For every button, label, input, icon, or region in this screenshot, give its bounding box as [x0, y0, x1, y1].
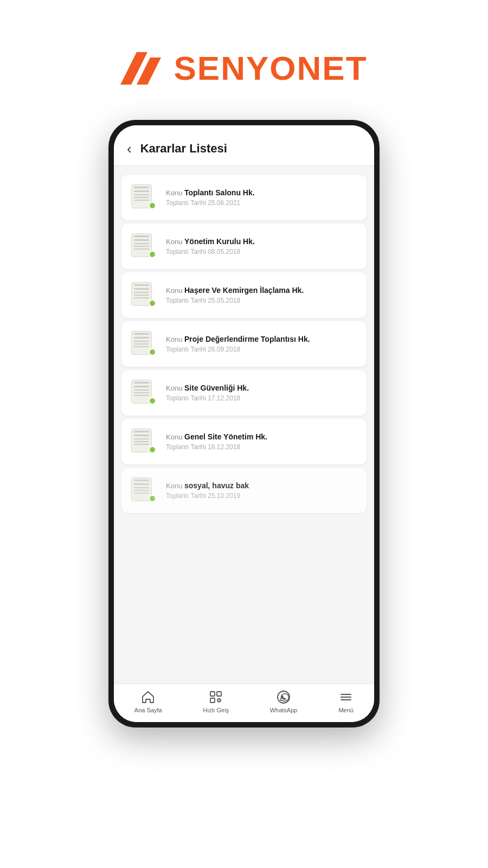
- item-date: Toplantı Tarihi 26.09.2018: [166, 346, 357, 353]
- back-button[interactable]: ‹: [127, 142, 132, 156]
- item-date: Toplantı Tarihi 25.10.2019: [166, 492, 357, 500]
- item-text: Konu Haşere Ve Kemirgen İlaçlama Hk. Top…: [166, 286, 357, 304]
- list-item[interactable]: Konu sosyal, havuz bak Toplantı Tarihi 2…: [121, 468, 367, 513]
- menu-icon: [338, 690, 354, 705]
- item-icon: [131, 380, 157, 406]
- nav-quick-label: Hızlı Giriş: [203, 707, 229, 713]
- list-item[interactable]: Konu Haşere Ve Kemirgen İlaçlama Hk. Top…: [121, 272, 367, 318]
- nav-menu-label: Menü: [338, 707, 354, 713]
- item-date: Toplantı Tarihi 25.05.2018: [166, 297, 357, 304]
- logo-area: SENYONET: [0, 0, 488, 120]
- item-subject: Konu sosyal, havuz bak: [166, 481, 357, 490]
- phone-frame: ‹ Kararlar Listesi: [108, 120, 380, 727]
- senyonet-logo-icon: [120, 52, 164, 85]
- item-icon: [131, 477, 157, 503]
- item-text: Konu sosyal, havuz bak Toplantı Tarihi 2…: [166, 481, 357, 500]
- item-date: Toplantı Tarihi 17.12.2018: [166, 394, 357, 402]
- item-text: Konu Proje Değerlendirme Toplantısı Hk. …: [166, 335, 357, 353]
- item-date: Toplantı Tarihi 08.05.2018: [166, 248, 357, 256]
- item-subject: Konu Toplantı Salonu Hk.: [166, 188, 357, 197]
- item-text: Konu Site Güvenliği Hk. Toplantı Tarihi …: [166, 384, 357, 402]
- nav-menu[interactable]: Menü: [338, 690, 354, 713]
- phone-container: ‹ Kararlar Listesi: [0, 120, 488, 727]
- item-subject: Konu Proje Değerlendirme Toplantısı Hk.: [166, 335, 357, 343]
- item-date: Toplantı Tarihi 25.06.2021: [166, 199, 357, 207]
- item-icon: [131, 184, 157, 210]
- nav-whatsapp-label: WhatsApp: [270, 707, 298, 713]
- svg-rect-2: [210, 692, 215, 696]
- list-item[interactable]: Konu Site Güvenliği Hk. Toplantı Tarihi …: [121, 370, 367, 416]
- item-subject: Konu Haşere Ve Kemirgen İlaçlama Hk.: [166, 286, 357, 295]
- item-subject: Konu Yönetim Kurulu Hk.: [166, 237, 357, 246]
- item-text: Konu Genel Site Yönetim Hk. Toplantı Tar…: [166, 432, 357, 451]
- decisions-list: Konu Toplantı Salonu Hk. Toplantı Tarihi…: [114, 166, 374, 684]
- item-text: Konu Toplantı Salonu Hk. Toplantı Tarihi…: [166, 188, 357, 207]
- bottom-navigation: Ana Sayfa Hızlı Giriş: [114, 684, 374, 722]
- item-icon: [131, 233, 157, 259]
- brand-name: SENYONET: [174, 49, 367, 87]
- nav-home-label: Ana Sayfa: [134, 707, 162, 713]
- list-item[interactable]: Konu Yönetim Kurulu Hk. Toplantı Tarihi …: [121, 224, 367, 269]
- item-icon: [131, 331, 157, 357]
- list-item[interactable]: Konu Toplantı Salonu Hk. Toplantı Tarihi…: [121, 175, 367, 220]
- item-subject: Konu Site Güvenliği Hk.: [166, 384, 357, 392]
- list-item[interactable]: Konu Genel Site Yönetim Hk. Toplantı Tar…: [121, 419, 367, 464]
- item-date: Toplantı Tarihi 18.12.2018: [166, 443, 357, 451]
- phone-screen: ‹ Kararlar Listesi: [114, 125, 374, 722]
- whatsapp-icon: [276, 690, 291, 705]
- item-subject: Konu Genel Site Yönetim Hk.: [166, 432, 357, 441]
- item-icon: [131, 429, 157, 455]
- nav-quick[interactable]: Hızlı Giriş: [203, 690, 229, 713]
- nav-whatsapp[interactable]: WhatsApp: [270, 690, 298, 713]
- svg-rect-4: [210, 698, 215, 703]
- svg-point-6: [219, 700, 220, 701]
- list-item[interactable]: Konu Proje Değerlendirme Toplantısı Hk. …: [121, 321, 367, 367]
- page-title: Kararlar Listesi: [140, 142, 227, 156]
- nav-home[interactable]: Ana Sayfa: [134, 690, 162, 713]
- item-text: Konu Yönetim Kurulu Hk. Toplantı Tarihi …: [166, 237, 357, 256]
- svg-rect-3: [217, 692, 221, 696]
- scan-icon: [208, 690, 223, 705]
- item-icon: [131, 282, 157, 308]
- screen-header: ‹ Kararlar Listesi: [114, 125, 374, 166]
- home-icon: [140, 690, 156, 705]
